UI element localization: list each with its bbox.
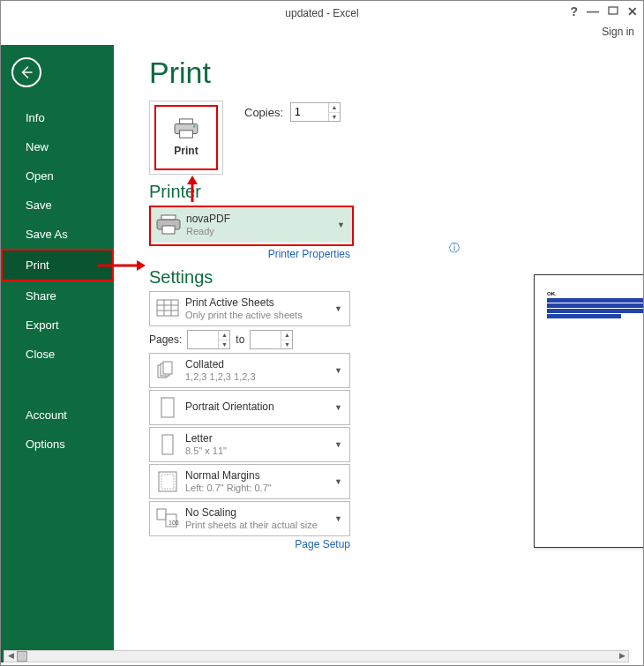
printer-properties-link[interactable]: Printer Properties xyxy=(149,248,350,260)
printer-name: novaPDF xyxy=(186,213,230,226)
printer-selector-highlight: novaPDF Ready ▼ xyxy=(149,206,354,246)
back-button[interactable] xyxy=(11,57,41,87)
chevron-down-icon: ▼ xyxy=(334,477,342,486)
maximize-icon[interactable] xyxy=(608,4,618,19)
printer-icon xyxy=(173,118,199,139)
print-button[interactable]: Print xyxy=(149,101,223,175)
svg-marker-8 xyxy=(187,176,198,184)
print-what-title: Print Active Sheets xyxy=(185,297,303,310)
spin-up-icon[interactable]: ▲ xyxy=(219,331,229,340)
content-panel: Print Print Copies: xyxy=(114,45,643,662)
pages-from-spinner[interactable]: ▲▼ xyxy=(187,330,230,349)
copies-block: Copies: ▲ ▼ xyxy=(244,102,341,122)
chevron-down-icon: ▼ xyxy=(334,304,342,313)
page-icon xyxy=(154,431,182,458)
copies-input[interactable] xyxy=(291,103,328,121)
callout-arrow-vertical-icon xyxy=(185,176,199,202)
paper-sub: 8.5" x 11" xyxy=(185,445,227,457)
scroll-left-icon[interactable]: ◀ xyxy=(4,651,17,662)
printer-info-icon[interactable]: ⓘ xyxy=(449,241,460,256)
sidebar-item-export[interactable]: Export xyxy=(1,311,114,340)
collation-sub: 1,2,3 1,2,3 1,2,3 xyxy=(185,371,256,383)
paper-size-selector[interactable]: Letter 8.5" x 11" ▼ xyxy=(149,427,350,462)
preview-text-line xyxy=(547,309,644,313)
spin-up-icon[interactable]: ▲ xyxy=(329,103,340,113)
pages-from-input[interactable] xyxy=(188,331,218,348)
sidebar-item-open[interactable]: Open xyxy=(1,161,114,191)
scrollbar-thumb[interactable] xyxy=(17,651,27,662)
svg-rect-11 xyxy=(162,226,175,234)
chevron-down-icon: ▼ xyxy=(334,440,342,449)
spin-down-icon[interactable]: ▼ xyxy=(329,113,340,122)
page-title: Print xyxy=(149,56,643,90)
sidebar-item-save-as[interactable]: Save As xyxy=(1,220,114,249)
collated-icon xyxy=(154,357,182,384)
print-top-row: Print Copies: ▲ ▼ xyxy=(149,101,643,175)
svg-text:100: 100 xyxy=(168,520,179,526)
collation-selector[interactable]: Collated 1,2,3 1,2,3 1,2,3 ▼ xyxy=(149,353,350,388)
svg-rect-20 xyxy=(161,398,174,417)
preview-text-line xyxy=(547,298,644,303)
sidebar-item-info[interactable]: Info xyxy=(1,103,114,132)
page-setup-link[interactable]: Page Setup xyxy=(149,538,350,550)
sidebar-item-close[interactable]: Close xyxy=(1,340,114,369)
window-controls: ? — ✕ xyxy=(570,4,638,19)
sign-in-link[interactable]: Sign in xyxy=(1,26,643,45)
svg-rect-0 xyxy=(609,7,618,14)
print-preview: OK. xyxy=(534,274,644,548)
preview-text-line xyxy=(547,314,644,318)
paper-title: Letter xyxy=(185,433,227,445)
print-what-selector[interactable]: Print Active Sheets Only print the activ… xyxy=(149,291,350,326)
svg-rect-12 xyxy=(157,300,178,316)
margins-text: Normal Margins Left: 0.7" Right: 0.7" xyxy=(185,470,272,493)
sidebar-item-account[interactable]: Account xyxy=(1,400,114,430)
margins-title: Normal Margins xyxy=(185,470,272,483)
spin-down-icon[interactable]: ▼ xyxy=(281,340,292,349)
printer-status: Ready xyxy=(186,226,230,237)
sidebar-item-new[interactable]: New xyxy=(1,132,114,161)
print-what-sub: Only print the active sheets xyxy=(185,310,303,321)
copies-spinner[interactable]: ▲ ▼ xyxy=(290,102,341,122)
collation-title: Collated xyxy=(185,359,256,371)
printer-selector[interactable]: novaPDF Ready ▼ xyxy=(151,207,352,243)
backstage-main: Info New Open Save Save As Print Share E… xyxy=(1,45,643,662)
spin-down-icon[interactable]: ▼ xyxy=(219,340,229,349)
orientation-title: Portrait Orientation xyxy=(185,401,274,414)
chevron-down-icon: ▼ xyxy=(334,366,342,375)
horizontal-scrollbar[interactable]: ◀ ▶ xyxy=(4,650,629,662)
help-icon[interactable]: ? xyxy=(570,4,578,19)
sheets-icon xyxy=(154,296,182,322)
chevron-down-icon: ▼ xyxy=(337,221,345,229)
orientation-selector[interactable]: Portrait Orientation ▼ xyxy=(149,390,350,425)
sidebar-item-share[interactable]: Share xyxy=(1,281,114,311)
sidebar-item-print[interactable]: Print xyxy=(1,249,114,281)
paper-text: Letter 8.5" x 11" xyxy=(185,433,227,456)
printer-device-icon xyxy=(154,212,183,238)
preview-content-title: OK. xyxy=(547,291,644,296)
orientation-text: Portrait Orientation xyxy=(185,401,274,414)
close-icon[interactable]: ✕ xyxy=(627,4,638,19)
margins-selector[interactable]: Normal Margins Left: 0.7" Right: 0.7" ▼ xyxy=(149,464,350,499)
minimize-icon[interactable]: — xyxy=(587,4,599,19)
back-arrow-icon xyxy=(19,64,34,80)
scaling-selector[interactable]: 100 No Scaling Print sheets at their act… xyxy=(149,501,350,536)
collation-text: Collated 1,2,3 1,2,3 1,2,3 xyxy=(185,359,256,382)
svg-rect-21 xyxy=(162,435,173,454)
sidebar-item-options[interactable]: Options xyxy=(1,430,114,459)
margins-icon xyxy=(154,468,182,495)
pages-to-input[interactable] xyxy=(251,331,281,348)
pages-label: Pages: xyxy=(149,333,182,346)
spin-up-icon[interactable]: ▲ xyxy=(281,331,292,340)
window-title: updated - Excel xyxy=(285,7,358,19)
print-button-label: Print xyxy=(174,145,198,157)
svg-rect-24 xyxy=(157,509,166,520)
sidebar-item-save[interactable]: Save xyxy=(1,191,114,220)
scaling-title: No Scaling xyxy=(185,507,318,520)
scroll-right-icon[interactable]: ▶ xyxy=(616,651,628,662)
svg-rect-9 xyxy=(161,215,176,220)
pages-to-spinner[interactable]: ▲▼ xyxy=(250,330,293,349)
svg-point-6 xyxy=(193,125,195,127)
margins-sub: Left: 0.7" Right: 0.7" xyxy=(185,483,272,494)
svg-rect-19 xyxy=(163,362,172,374)
svg-rect-5 xyxy=(180,131,193,138)
